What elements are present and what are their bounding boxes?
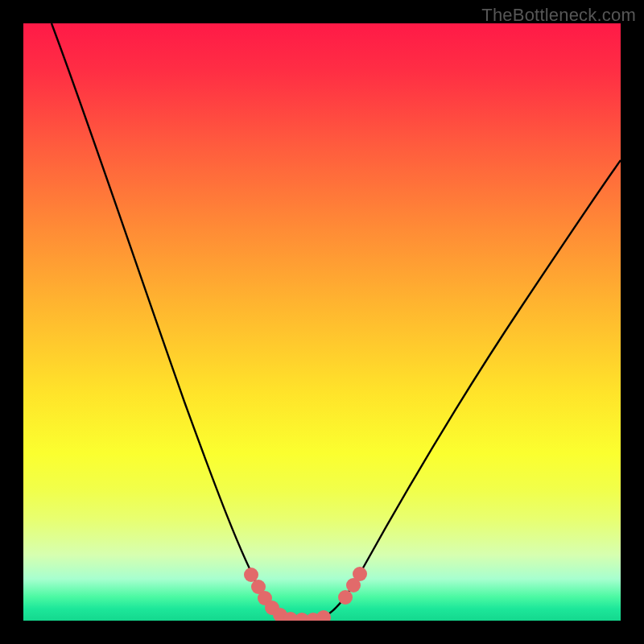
svg-point-11 — [353, 567, 367, 581]
svg-point-9 — [338, 590, 353, 605]
plot-area — [23, 23, 621, 621]
optimal-range-markers — [244, 567, 367, 621]
svg-point-0 — [244, 568, 258, 582]
curve-layer — [23, 23, 621, 621]
curve-left — [52, 23, 289, 619]
svg-point-8 — [316, 610, 331, 621]
chart-container: TheBottleneck.com — [0, 0, 644, 644]
curve-right — [317, 160, 621, 620]
